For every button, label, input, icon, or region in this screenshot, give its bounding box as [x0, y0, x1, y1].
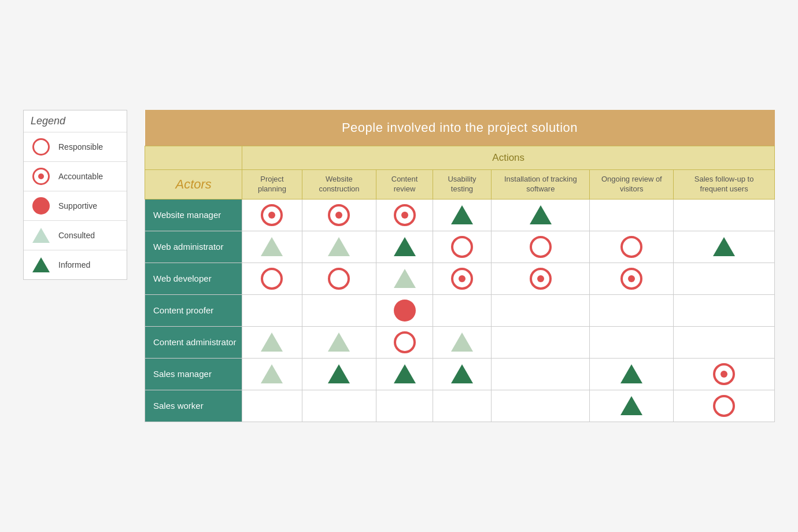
table-title: People involved into the project solutio… — [145, 110, 775, 146]
cell-r2-c0 — [242, 263, 302, 294]
cell-r0-c6 — [674, 199, 775, 231]
actors-empty-cell — [145, 146, 242, 170]
cell-r0-c2 — [376, 199, 433, 231]
col-sales-followup: Sales follow-up to frequent users — [674, 170, 775, 200]
actor-name: Content proofer — [145, 294, 242, 326]
cell-r1-c0 — [242, 231, 302, 263]
cell-r4-c3 — [433, 326, 492, 358]
cell-r0-c0 — [242, 199, 302, 231]
cell-r4-c4 — [492, 326, 590, 358]
cell-r3-c4 — [492, 294, 590, 326]
cell-r5-c6 — [674, 358, 775, 390]
legend-label-responsible: Responsible — [58, 142, 103, 152]
legend-panel: Legend ResponsibleAccountableSupportiveC… — [23, 110, 127, 280]
actor-name: Content administrator — [145, 326, 242, 358]
cell-r5-c2 — [376, 358, 433, 390]
col-content-review: Content review — [376, 170, 433, 200]
table-row: Web developer — [145, 263, 775, 294]
cell-r2-c3 — [433, 263, 492, 294]
actor-name: Website manager — [145, 199, 242, 231]
page-wrapper: Legend ResponsibleAccountableSupportiveC… — [0, 87, 798, 445]
circle-outline-icon — [31, 136, 51, 157]
actors-header: Actors — [145, 170, 242, 200]
cell-r3-c5 — [590, 294, 674, 326]
table-container: People involved into the project solutio… — [145, 110, 775, 422]
circle-filled-icon — [31, 195, 51, 216]
col-website-construction: Website construction — [302, 170, 376, 200]
table-row: Web administrator — [145, 231, 775, 263]
cell-r5-c1 — [302, 358, 376, 390]
col-project-planning: Project planning — [242, 170, 302, 200]
cell-r5-c4 — [492, 358, 590, 390]
cell-r1-c3 — [433, 231, 492, 263]
cell-r1-c4 — [492, 231, 590, 263]
cell-r1-c6 — [674, 231, 775, 263]
cell-r6-c3 — [433, 390, 492, 422]
legend-label-supportive: Supportive — [58, 201, 97, 210]
cell-r2-c6 — [674, 263, 775, 294]
cell-r1-c5 — [590, 231, 674, 263]
actor-name: Web developer — [145, 263, 242, 294]
actor-name: Sales worker — [145, 390, 242, 422]
triangle-outline-icon — [31, 225, 51, 246]
actor-name: Web administrator — [145, 231, 242, 263]
table-row: Sales worker — [145, 390, 775, 422]
cell-r6-c5 — [590, 390, 674, 422]
cell-r3-c6 — [674, 294, 775, 326]
triangle-filled-icon — [31, 254, 51, 275]
cell-r2-c2 — [376, 263, 433, 294]
cell-r4-c0 — [242, 326, 302, 358]
legend-item-accountable: Accountable — [24, 161, 127, 191]
table-row: Content administrator — [145, 326, 775, 358]
legend-label-accountable: Accountable — [58, 172, 103, 181]
cell-r3-c2 — [376, 294, 433, 326]
table-header-title: People involved into the project solutio… — [145, 110, 775, 146]
cell-r3-c0 — [242, 294, 302, 326]
cell-r6-c4 — [492, 390, 590, 422]
cell-r6-c1 — [302, 390, 376, 422]
cell-r4-c2 — [376, 326, 433, 358]
cell-r3-c3 — [433, 294, 492, 326]
cell-r0-c1 — [302, 199, 376, 231]
cell-r5-c0 — [242, 358, 302, 390]
legend-item-consulted: Consulted — [24, 220, 127, 250]
legend-item-informed: Informed — [24, 250, 127, 279]
cell-r1-c1 — [302, 231, 376, 263]
cell-r5-c3 — [433, 358, 492, 390]
col-ongoing-review: Ongoing review of visitors — [590, 170, 674, 200]
cell-r0-c5 — [590, 199, 674, 231]
col-installation: Installation of tracking software — [492, 170, 590, 200]
cell-r2-c5 — [590, 263, 674, 294]
cell-r6-c6 — [674, 390, 775, 422]
cell-r0-c3 — [433, 199, 492, 231]
table-row: Sales manager — [145, 358, 775, 390]
legend-title: Legend — [24, 110, 127, 132]
legend-item-supportive: Supportive — [24, 191, 127, 220]
col-usability-testing: Usability testing — [433, 170, 492, 200]
legend-item-responsible: Responsible — [24, 132, 127, 161]
cell-r0-c4 — [492, 199, 590, 231]
cell-r1-c2 — [376, 231, 433, 263]
cell-r2-c4 — [492, 263, 590, 294]
table-row: Content proofer — [145, 294, 775, 326]
cell-r4-c1 — [302, 326, 376, 358]
legend-label-consulted: Consulted — [58, 231, 95, 240]
cell-r6-c2 — [376, 390, 433, 422]
legend-label-informed: Informed — [58, 260, 90, 269]
actions-label: Actions — [242, 146, 775, 170]
cell-r5-c5 — [590, 358, 674, 390]
actor-name: Sales manager — [145, 358, 242, 390]
circle-dot-icon — [31, 166, 51, 187]
cell-r2-c1 — [302, 263, 376, 294]
cell-r3-c1 — [302, 294, 376, 326]
table-row: Website manager — [145, 199, 775, 231]
cell-r4-c5 — [590, 326, 674, 358]
cell-r4-c6 — [674, 326, 775, 358]
cell-r6-c0 — [242, 390, 302, 422]
table-header-actions: Actions — [145, 146, 775, 170]
table-column-headers: Actors Project planning Website construc… — [145, 170, 775, 200]
raci-table: People involved into the project solutio… — [145, 110, 775, 422]
